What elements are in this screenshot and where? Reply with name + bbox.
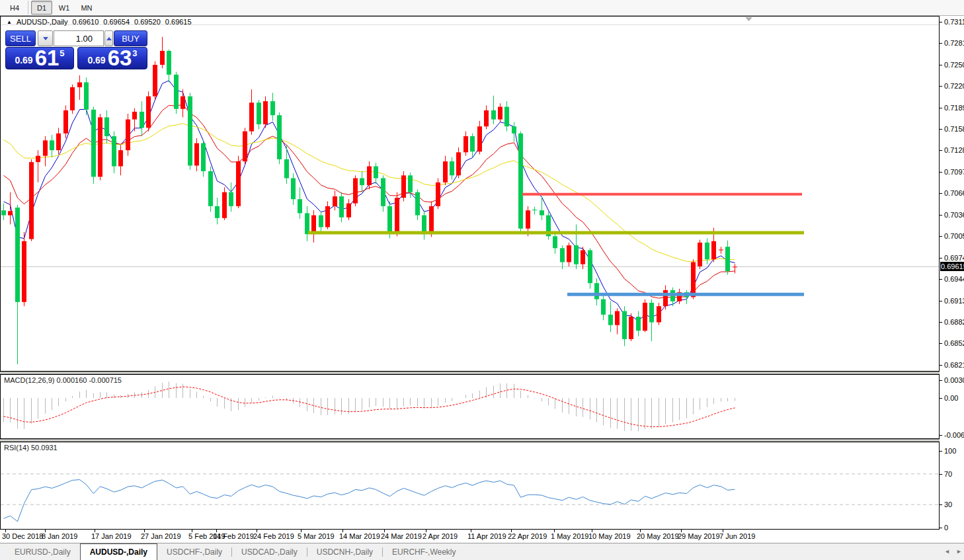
tick-mark: [940, 172, 942, 173]
price-tick-label: 0.70050: [944, 232, 964, 240]
candle: [456, 152, 461, 175]
sell-price-prefix: 0.69: [15, 55, 32, 65]
price-tick-label: 0.73115: [944, 18, 964, 26]
tick-mark: [940, 451, 942, 452]
tab-audusd-daily[interactable]: AUDUSD-,Daily: [80, 543, 157, 560]
tab-usdchf-daily[interactable]: USDCHF-,Daily: [157, 543, 231, 560]
timeframe-button-h4[interactable]: H4: [4, 1, 25, 15]
candle: [360, 179, 364, 186]
buy-button[interactable]: BUY: [114, 30, 147, 46]
candle: [50, 140, 54, 150]
timeframe-button-d1[interactable]: D1: [31, 1, 52, 15]
date-tick-label: 20 May 2019: [637, 532, 679, 540]
buy-price-prefix: 0.69: [87, 55, 105, 65]
timeframe-toolbar: H4D1W1MN: [0, 0, 964, 16]
rsi-tick-label: 100: [944, 447, 956, 455]
candle: [588, 251, 592, 284]
sell-button[interactable]: SELL: [5, 30, 36, 46]
macd-canvas[interactable]: [0, 374, 940, 439]
tick-mark: [940, 365, 942, 366]
candle: [257, 102, 261, 124]
candle: [353, 179, 358, 204]
tick-mark: [940, 193, 942, 194]
date-scale[interactable]: 30 Dec 20188 Jan 201917 Jan 201927 Jan 2…: [0, 530, 940, 543]
candle: [491, 110, 496, 120]
volume-increase-button[interactable]: [104, 30, 113, 46]
candle: [15, 208, 20, 302]
candle: [436, 182, 440, 206]
tab-eurchf-weekly[interactable]: EURCHF-,Weekly: [383, 543, 465, 560]
candle: [263, 101, 268, 124]
date-tick-label: 14 Mar 2019: [339, 532, 380, 540]
chevron-down-icon: [43, 37, 48, 40]
candle: [705, 243, 709, 259]
candle: [395, 198, 399, 233]
timeframe-button-w1[interactable]: W1: [54, 1, 75, 15]
chart-title: ▲ AUDUSD-,Daily 0.69610 0.69654 0.69520 …: [7, 18, 192, 26]
candle: [201, 143, 206, 171]
tab-usdcnh-daily[interactable]: USDCNH-,Daily: [307, 543, 382, 560]
tab-scroll-right-icon[interactable]: ►: [956, 548, 962, 555]
tick-mark: [940, 215, 942, 216]
tick-mark: [940, 43, 942, 44]
candle: [339, 196, 344, 218]
candle: [249, 102, 254, 131]
candle: [691, 262, 696, 297]
candle: [381, 179, 385, 206]
candle: [463, 136, 468, 152]
candle: [367, 167, 372, 186]
candle: [222, 192, 227, 218]
candle: [298, 199, 302, 213]
candle: [540, 210, 544, 215]
candle: [567, 245, 571, 262]
candle: [346, 204, 351, 218]
candle: [711, 241, 716, 260]
candle: [512, 126, 516, 134]
sell-quote-button[interactable]: 0.69 61 5: [5, 47, 74, 69]
price-scale[interactable]: 0.731150.728100.725050.722000.718900.715…: [940, 16, 964, 543]
candle: [270, 101, 275, 115]
candle: [574, 245, 579, 264]
macd-signal-value: -0.000715: [89, 376, 122, 384]
ohlc-open: 0.69610: [73, 18, 99, 26]
candle: [615, 311, 620, 325]
tick-mark: [940, 474, 942, 475]
candle: [63, 110, 68, 134]
tab-scroll-left-icon[interactable]: ◄: [944, 548, 950, 555]
price-tick-label: 0.70665: [944, 189, 964, 197]
candle: [622, 311, 627, 339]
date-tick-label: 24 Mar 2019: [381, 532, 422, 540]
tick-mark: [940, 380, 942, 381]
date-tick-label: 10 May 2019: [588, 532, 631, 540]
timeframe-button-mn[interactable]: MN: [76, 1, 97, 15]
tab-eurusd-daily[interactable]: EURUSD-,Daily: [5, 543, 80, 560]
sell-price-main: 61: [35, 50, 60, 67]
volume-input[interactable]: 1.00: [54, 30, 104, 46]
candle: [719, 249, 723, 250]
candle: [333, 196, 337, 206]
tick-mark: [940, 279, 942, 280]
candle: [36, 156, 40, 163]
candle: [194, 143, 199, 166]
tab-usdcad-daily[interactable]: USDCAD-,Daily: [232, 543, 307, 560]
candle: [181, 97, 185, 109]
chart-symbol-label: AUDUSD-,Daily: [17, 18, 68, 26]
tick-mark: [940, 301, 942, 301]
macd-tick-label: -0.00631: [944, 431, 964, 439]
candle: [374, 167, 378, 179]
rsi-tick-label: 30: [944, 500, 952, 508]
candle: [70, 87, 75, 110]
buy-quote-button[interactable]: 0.69 63 3: [77, 47, 147, 69]
candle: [504, 107, 509, 127]
price-tick-label: 0.68210: [944, 361, 964, 369]
candle: [443, 161, 448, 182]
tick-mark: [940, 22, 942, 22]
volume-decrease-button[interactable]: [38, 30, 53, 46]
tick-mark: [940, 65, 942, 65]
candle: [526, 210, 530, 229]
rsi-canvas[interactable]: [0, 442, 940, 530]
candle: [8, 211, 13, 215]
ohlc-high: 0.69654: [103, 18, 130, 26]
tick-mark: [940, 150, 942, 151]
candle: [553, 236, 557, 248]
